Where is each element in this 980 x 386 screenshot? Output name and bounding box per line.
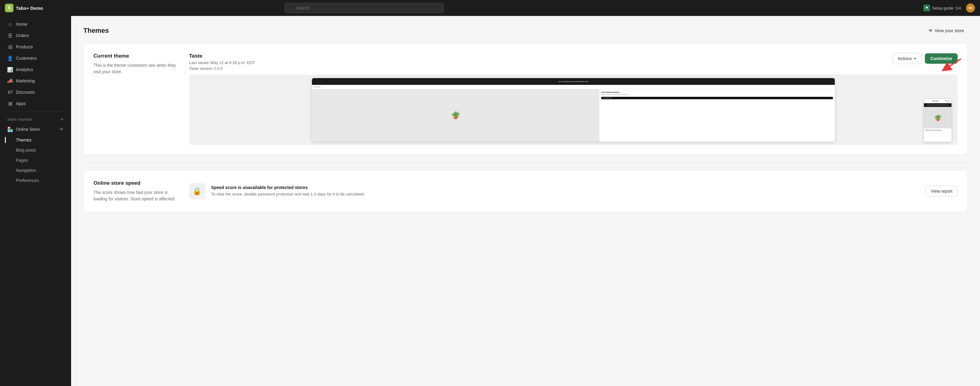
lock-icon: 🔒 <box>192 187 202 195</box>
sidebar-item-products[interactable]: ⊟ Products <box>2 41 68 52</box>
theme-preview: Let your products and variants tell thei… <box>189 75 958 145</box>
sidebar-item-discounts[interactable]: 🏷 Discounts <box>2 87 68 98</box>
discounts-icon: 🏷 <box>7 89 13 95</box>
sidebar-item-label: Apps <box>16 101 26 106</box>
theme-name-block: Taste Last saved: May 12 at 6:28 p.m. ED… <box>189 53 255 71</box>
theme-meta-2: Taste version 2.0.0 <box>189 66 255 71</box>
speed-description: Online store speed The score shows how f… <box>94 180 179 202</box>
preview-mobile-menu-icon: ≡ <box>925 100 926 102</box>
view-report-button[interactable]: View report <box>926 186 958 197</box>
search-wrapper: 🔍 <box>285 3 444 13</box>
app-logo[interactable]: S Tabs+ Demo <box>5 4 43 12</box>
speed-message-desc: To view the score, disable password prot… <box>211 191 920 197</box>
sales-channels-label: Sales channels + <box>0 114 71 124</box>
sidebar-item-analytics[interactable]: 📊 Analytics <box>2 64 68 75</box>
online-store-eye-icon[interactable]: 👁 <box>59 127 64 132</box>
sidebar-item-label: Products <box>16 44 33 49</box>
theme-actions: Actions ▼ Customize <box>892 53 958 64</box>
setup-guide-icon: ⚑ <box>923 5 930 11</box>
top-nav-right: ⚑ Setup guide: 1/4 tA <box>923 3 975 13</box>
preview-desktop-header: Let your products and variants tell thei… <box>312 78 834 85</box>
speed-card: Online store speed The score shows how f… <box>83 170 968 212</box>
speed-section-desc: The score shows how fast your store is l… <box>94 189 179 202</box>
speed-info: 🔒 Speed score is unavailable for protect… <box>189 180 958 202</box>
preview-product-image: 🪴 <box>312 89 600 141</box>
preview-mobile-header: ≡ Tabs+ Demo 🔍🛒 <box>924 99 951 103</box>
preview-mobile: ≡ Tabs+ Demo 🔍🛒 Let your products and va… <box>924 99 951 142</box>
orders-icon: ☰ <box>7 33 13 38</box>
speed-message: Speed score is unavailable for protected… <box>211 185 920 197</box>
theme-info: Taste Last saved: May 12 at 6:28 p.m. ED… <box>189 53 958 145</box>
analytics-icon: 📊 <box>7 67 13 72</box>
sidebar-item-customers[interactable]: 👤 Customers <box>2 53 68 64</box>
sidebar-item-marketing[interactable]: 📣 Marketing <box>2 75 68 86</box>
view-store-label: View your store <box>935 28 964 33</box>
sidebar-subitem-pages-label: Pages <box>16 158 28 163</box>
sidebar-subitem-blog-posts[interactable]: Blog posts <box>2 145 68 155</box>
preview-product-title: Tabs+ Product Descriptions <box>601 92 833 93</box>
setup-guide[interactable]: ⚑ Setup guide: 1/4 <box>923 5 961 11</box>
sidebar-item-label: Home <box>16 22 27 27</box>
section-divider <box>83 162 968 163</box>
sidebar-item-orders[interactable]: ☰ Orders <box>2 30 68 41</box>
top-nav: S Tabs+ Demo 🔍 ⚑ Setup guide: 1/4 tA <box>0 0 980 16</box>
customize-button[interactable]: Customize <box>925 53 958 64</box>
sidebar-subitem-themes[interactable]: Themes <box>2 135 68 145</box>
current-theme-title: Current theme <box>94 53 179 59</box>
products-icon: ⊟ <box>7 44 13 49</box>
theme-description: Current theme This is the theme customer… <box>94 53 179 145</box>
actions-label: Actions <box>897 56 912 61</box>
current-theme-card: Current theme This is the theme customer… <box>83 43 968 155</box>
main-content-wrapper: Themes 👁 View your store Current theme T… <box>71 16 980 386</box>
preview-view-sample-btn: View sample product <box>601 97 833 99</box>
online-store-left: 🏪 Online Store <box>7 127 40 132</box>
theme-name: Taste <box>189 53 255 59</box>
apps-icon: ⊞ <box>7 101 13 106</box>
preview-desktop: Let your products and variants tell thei… <box>312 78 834 141</box>
main-content: Themes 👁 View your store Current theme T… <box>71 16 980 386</box>
preview-desktop-nav: Tabs+ Demo <box>312 85 834 89</box>
sidebar-subitem-preferences[interactable]: Preferences <box>2 176 68 185</box>
setup-guide-label: Setup guide: 1/4 <box>932 6 961 10</box>
sidebar-item-online-store[interactable]: 🏪 Online Store 👁 <box>2 124 68 135</box>
main-layout: ⌂ Home ☰ Orders ⊟ Products 👤 Customers 📊… <box>0 16 980 386</box>
current-theme-desc: This is the theme customers see when the… <box>94 62 179 75</box>
avatar[interactable]: tA <box>966 3 975 13</box>
preview-product-desc: Organize, optimize and translate styles … <box>601 94 833 95</box>
actions-button[interactable]: Actions ▼ <box>892 53 922 64</box>
sidebar-item-label: Marketing <box>16 78 35 83</box>
preview-nav-brand: Tabs+ Demo <box>314 86 321 87</box>
customize-label: Customize <box>931 56 952 61</box>
marketing-icon: 📣 <box>7 78 13 84</box>
avatar-initials: tA <box>969 6 973 10</box>
preview-mobile-brand: Tabs+ Demo <box>932 100 939 102</box>
preview-desktop-body: 🪴 Tabs+ Product Descriptions Organize, o… <box>312 89 834 141</box>
search-input[interactable] <box>285 3 444 13</box>
view-store-button[interactable]: 👁 View your store <box>925 26 968 35</box>
speed-message-title: Speed score is unavailable for protected… <box>211 185 920 190</box>
theme-header: Taste Last saved: May 12 at 6:28 p.m. ED… <box>189 53 958 71</box>
preview-mobile-icons: 🔍🛒 <box>945 100 950 102</box>
online-store-icon: 🏪 <box>7 127 13 132</box>
page-title: Themes <box>83 27 109 35</box>
add-sales-channel-button[interactable]: + <box>60 117 64 122</box>
sidebar-subitem-navigation-label: Navigation <box>16 168 36 173</box>
preview-mobile-image: 🪴 <box>924 107 951 129</box>
view-report-label: View report <box>931 189 953 194</box>
shopify-icon: S <box>5 4 13 12</box>
sidebar-item-apps[interactable]: ⊞ Apps <box>2 98 68 109</box>
preview-mobile-product-title: Tabs+ Product Descriptions <box>924 129 951 132</box>
sidebar-subitem-themes-label: Themes <box>16 138 32 143</box>
preview-mobile-banner: Let your products and variants tell thei… <box>924 103 951 107</box>
preview-product-info: Tabs+ Product Descriptions Organize, opt… <box>600 89 834 141</box>
content-header: Themes 👁 View your store <box>83 26 968 35</box>
speed-card-content: Online store speed The score shows how f… <box>84 170 967 212</box>
sidebar-subitem-blog-posts-label: Blog posts <box>16 148 36 152</box>
sidebar-subitem-pages[interactable]: Pages <box>2 155 68 165</box>
sidebar-subitem-navigation[interactable]: Navigation <box>2 165 68 175</box>
home-icon: ⌂ <box>7 21 13 27</box>
sidebar-item-home[interactable]: ⌂ Home <box>2 19 68 30</box>
sidebar-subitem-preferences-label: Preferences <box>16 178 39 183</box>
app-title: Tabs+ Demo <box>16 5 43 11</box>
preview-header-text: Let your products and variants tell thei… <box>558 81 589 83</box>
